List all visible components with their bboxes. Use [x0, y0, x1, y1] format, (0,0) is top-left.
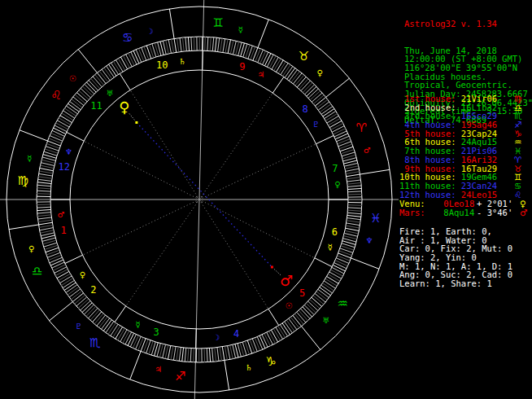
planet-position-value: 8Aqu14 — [438, 208, 474, 217]
house-cusp-dotted-line — [199, 144, 316, 200]
degree-tick — [37, 213, 51, 213]
degree-tick — [233, 41, 236, 55]
sign-ruler-icon-gemini: ☿ — [238, 25, 242, 34]
house-ruler-icon-3: ☿ — [135, 320, 140, 329]
house-ruler-icon-2: ♀ — [80, 270, 85, 279]
venus-pointer-line — [129, 114, 134, 121]
degree-tick — [215, 348, 216, 362]
degree-tick — [346, 226, 360, 228]
sign-glyph-capricorn: ♑ — [266, 354, 277, 369]
degree-tick — [228, 40, 230, 54]
sign-ruler-icon-capricorn: ♄ — [245, 363, 252, 372]
degree-tick — [47, 141, 60, 146]
sign-ruler-icon-scorpio: ♇ — [75, 322, 82, 331]
degree-tick — [60, 116, 72, 123]
degree-tick — [212, 348, 213, 362]
degree-tick — [38, 177, 52, 178]
degree-tick — [59, 276, 72, 283]
degree-tick — [59, 118, 71, 125]
sign-ruler-icon-virgo: ☿ — [27, 154, 32, 163]
degree-tick — [220, 38, 222, 52]
degree-tick — [323, 108, 334, 116]
degree-tick — [64, 283, 76, 290]
degree-tick — [182, 37, 184, 51]
chart-info-line: 116°28'00"E 39°55'00"N — [404, 64, 532, 72]
degree-tick — [220, 347, 221, 361]
sign-boundary-line — [50, 302, 73, 321]
zodiac-sign-icon: ♌ — [514, 191, 521, 200]
degree-tick — [210, 37, 211, 51]
degree-tick — [52, 130, 64, 136]
degree-tick — [209, 349, 210, 362]
mars-position-marker — [271, 265, 273, 268]
sign-ruler-icon-pisces: ♆ — [365, 236, 373, 245]
degree-tick — [218, 38, 220, 52]
degree-tick — [260, 50, 266, 64]
house-cusp-line — [268, 309, 279, 325]
sign-glyph-cancer: ♋ — [122, 30, 133, 45]
sign-ruler-icon-aries: ♂ — [364, 146, 371, 155]
sign-boundary-line — [360, 169, 390, 174]
degree-tick — [116, 59, 123, 72]
degree-tick — [281, 63, 288, 74]
degree-tick — [347, 215, 361, 217]
degree-tick — [50, 136, 63, 142]
degree-tick — [338, 138, 351, 143]
house-number-11: 11 — [90, 100, 102, 112]
house-row: 12th house: 24Leo15♌ — [399, 191, 497, 200]
degree-tick — [325, 113, 337, 121]
degree-tick — [259, 335, 265, 349]
degree-tick — [331, 123, 343, 129]
degree-tick — [133, 335, 138, 349]
degree-tick — [111, 63, 118, 74]
house-number-9: 9 — [239, 61, 245, 72]
house-number-2: 2 — [90, 284, 96, 296]
zodiac-sign-icon: ♋ — [514, 182, 521, 191]
degree-tick — [329, 118, 341, 125]
degree-tick — [338, 256, 351, 261]
degree-tick — [272, 57, 278, 69]
degree-tick — [207, 349, 207, 362]
degree-tick — [39, 173, 53, 176]
degree-tick — [188, 349, 189, 362]
degree-tick — [136, 50, 142, 63]
degree-tick — [113, 61, 120, 72]
planet-glyph-venus: ♀ — [119, 99, 129, 116]
degree-tick — [182, 348, 184, 362]
degree-tick — [49, 138, 62, 143]
info-panel: Astrolog32 v. 1.34 Thu, June 14, 201812:… — [399, 0, 532, 399]
degree-tick — [263, 52, 268, 64]
house-ruler-icon-9: ♃ — [257, 70, 264, 79]
degree-tick — [56, 123, 68, 129]
house-cusp-line — [120, 73, 130, 90]
degree-tick — [123, 55, 129, 68]
stats-block: Fire: 1, Earth: 0,Air : 1, Water: 0Car: … — [399, 227, 512, 288]
degree-tick — [136, 336, 142, 349]
degree-tick — [330, 270, 342, 276]
degree-tick — [190, 349, 191, 362]
degree-tick — [276, 327, 283, 340]
degree-tick — [323, 283, 334, 292]
degree-tick — [217, 348, 219, 362]
house-ruler-icon-6: ☿ — [327, 243, 332, 252]
app-title: Astrolog32 v. 1.34 — [404, 20, 532, 28]
degree-tick — [280, 325, 287, 336]
house-ruler-icon-5: ☉ — [285, 301, 292, 310]
zodiac-sign-icon: ♈ — [514, 156, 521, 164]
degree-tick — [335, 134, 348, 139]
house-cusp-line — [316, 135, 334, 143]
degree-tick — [52, 262, 64, 268]
house-cusp-value: 24Leo15 — [461, 190, 497, 200]
degree-tick — [108, 64, 116, 76]
house-cusp-dotted-line — [199, 200, 315, 258]
degree-tick — [38, 220, 52, 221]
degree-tick — [163, 344, 166, 358]
degree-tick — [142, 47, 146, 60]
degree-tick — [346, 228, 360, 230]
degree-tick — [63, 280, 74, 287]
house-number-1: 1 — [61, 225, 67, 236]
degree-tick — [126, 55, 133, 67]
degree-tick — [111, 324, 118, 335]
degree-tick — [50, 133, 63, 138]
degree-tick — [171, 346, 173, 360]
